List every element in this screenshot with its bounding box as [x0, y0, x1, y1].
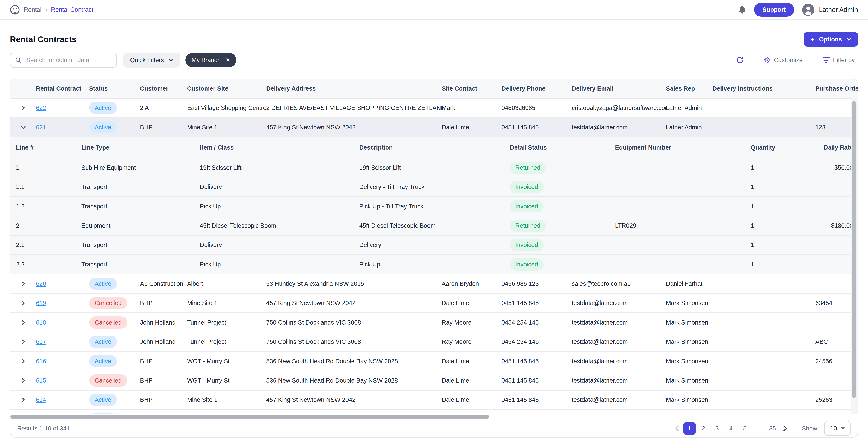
contract-number-link[interactable]: 616	[36, 358, 46, 365]
detail-row: 1.1TransportDeliveryDelivery - Tilt Tray…	[10, 178, 857, 197]
detail-line-type: Transport	[82, 203, 200, 210]
vertical-scrollbar-thumb[interactable]	[852, 101, 856, 398]
my-branch-filter-chip[interactable]: My Branch ✕	[185, 53, 236, 67]
page-size-value: 10	[830, 425, 837, 432]
notifications-bell-icon[interactable]	[738, 5, 746, 14]
column-header[interactable]: Delivery Instructions	[712, 85, 815, 92]
customer-site-cell: WGT - Murry St	[187, 358, 266, 365]
table-row[interactable]: 614ActiveBHPMine Site 1457 King St Newto…	[10, 390, 857, 410]
customize-button[interactable]: ⚙ Customize	[760, 56, 806, 64]
customize-label: Customize	[774, 57, 803, 64]
chevron-right-icon	[21, 281, 26, 286]
table-row[interactable]: 620ActiveA1 ConstructionAlbert53 Huntley…	[10, 274, 857, 293]
page-button[interactable]: 2	[697, 422, 710, 435]
row-expander[interactable]	[10, 339, 36, 345]
delivery-email-cell: testdata@latner.com	[572, 338, 666, 345]
row-expander[interactable]	[10, 378, 36, 383]
breadcrumb-chevron-icon: ›	[45, 6, 47, 13]
detail-line-number: 2	[10, 222, 81, 229]
contract-number-link[interactable]: 615	[36, 377, 46, 384]
table-row[interactable]: 616ActiveBHPWGT - Murry St536 New South …	[10, 352, 857, 371]
column-header[interactable]: Rental Contract	[36, 85, 89, 92]
next-page-button[interactable]	[780, 425, 789, 431]
site-contact-cell: Dale Lime	[442, 396, 502, 403]
status-cell: Active	[89, 278, 140, 290]
table-row[interactable]: 622Active2 A TEast Village Shopping Cent…	[10, 99, 857, 118]
caret-down-icon	[841, 427, 845, 430]
row-expander[interactable]	[10, 300, 36, 306]
table-row[interactable]: 617ActiveJohn HollandTunnel Project750 C…	[10, 332, 857, 352]
customer-cell: BHP	[140, 396, 187, 403]
detail-row: 2Equipment45ft Diesel Telescopic Boom45f…	[10, 216, 857, 235]
detail-item-class: 19ft Scissor Lift	[200, 164, 359, 171]
customer-site-cell: Mine Site 1	[187, 396, 266, 403]
column-header[interactable]: Sales Rep	[666, 85, 712, 92]
row-expander[interactable]	[10, 320, 36, 325]
support-button[interactable]: Support	[754, 3, 794, 17]
table-row[interactable]: 618CancelledJohn HollandTunnel Project75…	[10, 313, 857, 332]
page-button[interactable]: 4	[725, 422, 737, 435]
horizontal-scrollbar[interactable]	[10, 413, 857, 419]
remove-filter-icon[interactable]: ✕	[225, 57, 230, 63]
contract-number-link[interactable]: 620	[36, 280, 46, 287]
column-header[interactable]: Purchase Order	[815, 85, 858, 92]
column-header[interactable]: Delivery Phone	[502, 85, 572, 92]
column-header[interactable]: Delivery Email	[572, 85, 666, 92]
table-row[interactable]: 613ActiveBHPBHP_MainPitt Street/423 Haym…	[10, 410, 857, 413]
contract-number-link[interactable]: 619	[36, 299, 46, 306]
sales-rep-cell: Mark Simonsen	[666, 299, 712, 307]
page-button[interactable]: 35	[767, 422, 779, 435]
status-badge: Active	[89, 102, 117, 114]
page-button[interactable]: 5	[739, 422, 751, 435]
row-expander[interactable]	[10, 358, 36, 364]
row-expander[interactable]	[10, 281, 36, 286]
contract-number-link[interactable]: 614	[36, 396, 46, 403]
site-contact-cell: Dale Lime	[442, 377, 502, 384]
row-expander[interactable]	[10, 125, 36, 130]
page-button[interactable]: 3	[711, 422, 723, 435]
breadcrumb: Rental › Rental Contract	[10, 5, 93, 15]
contract-number-link[interactable]: 618	[36, 319, 46, 326]
customer-cell: BHP	[140, 299, 187, 307]
refresh-button[interactable]	[733, 56, 747, 64]
status-badge: Active	[89, 394, 117, 406]
row-expander[interactable]	[10, 105, 36, 110]
column-header[interactable]: Status	[89, 85, 140, 92]
column-header[interactable]: Delivery Address	[266, 85, 442, 92]
user-menu[interactable]: Latner Admin	[802, 3, 858, 16]
column-header[interactable]: Customer	[140, 85, 187, 92]
row-expander[interactable]	[10, 397, 36, 403]
breadcrumb-rental-contract[interactable]: Rental Contract	[51, 6, 93, 13]
search-input[interactable]	[25, 56, 111, 64]
page-size-select[interactable]: 10	[824, 421, 851, 436]
table-row[interactable]: 615CancelledBHPWGT - Murry St536 New Sou…	[10, 371, 857, 390]
table-row[interactable]: 619CancelledBHPMine Site 1457 King St Ne…	[10, 294, 857, 313]
delivery-phone-cell: 0451 145 845	[502, 124, 572, 131]
horizontal-scrollbar-thumb[interactable]	[10, 415, 489, 419]
contract-number-link[interactable]: 622	[36, 104, 46, 111]
table-row[interactable]: 621ActiveBHPMine Site 1457 King St Newto…	[10, 118, 857, 137]
chevron-right-icon	[21, 105, 26, 110]
contract-number-cell: 616	[36, 358, 89, 365]
column-header[interactable]: Customer Site	[187, 85, 266, 92]
detail-quantity: 1	[751, 203, 809, 210]
detail-column-header: Line #	[10, 144, 81, 151]
quick-filters-button[interactable]: Quick Filters	[123, 53, 180, 67]
column-header[interactable]: Site Contact	[442, 85, 502, 92]
sales-rep-cell: Mark Simonsen	[666, 338, 712, 345]
delivery-address-cell: 750 Collins St Docklands VIC 3008	[266, 319, 442, 326]
chevron-right-icon	[21, 320, 26, 325]
filter-by-button[interactable]: Filter by	[819, 56, 858, 64]
contract-number-link[interactable]: 617	[36, 338, 46, 345]
options-button[interactable]: + Options	[804, 32, 858, 46]
delivery-address-cell: 53 Huntley St Alexandria NSW 2015	[266, 280, 442, 287]
results-count: Results 1-10 of 341	[17, 425, 70, 432]
sales-rep-cell: Mark Simonsen	[666, 358, 712, 365]
contract-number-link[interactable]: 621	[36, 124, 46, 131]
vertical-scrollbar[interactable]	[851, 98, 858, 413]
prev-page-button[interactable]	[672, 425, 682, 431]
status-cell: Active	[89, 394, 140, 406]
page-button[interactable]: 1	[683, 422, 696, 435]
breadcrumb-rental[interactable]: Rental	[24, 6, 41, 13]
contract-number-cell: 618	[36, 319, 89, 326]
